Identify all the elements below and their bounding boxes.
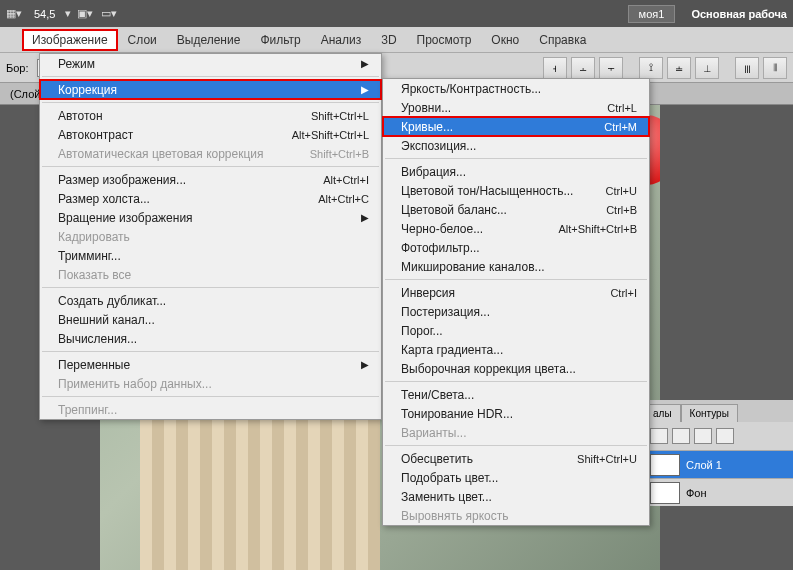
adjust-menu-item-19[interactable]: Тонирование HDR... (383, 404, 649, 423)
adjust-menu-separator (385, 381, 647, 382)
align-right-icon[interactable]: ⫟ (599, 57, 623, 79)
menu-просмотр[interactable]: Просмотр (407, 29, 482, 51)
menu-изображение[interactable]: Изображение (22, 29, 118, 51)
app-toolbar: ▦▾ 54,5 ▾ ▣▾ ▭▾ моя1 Основная рабоча (0, 0, 793, 27)
distribute-v-icon[interactable]: ⫴ (763, 57, 787, 79)
image-menu-item-12[interactable]: Тримминг... (40, 246, 381, 265)
lock-all-icon[interactable] (716, 428, 734, 444)
adjust-menu-item-23[interactable]: Подобрать цвет... (383, 468, 649, 487)
menu-item-label: Черно-белое... (401, 222, 483, 236)
adjust-menu-item-7[interactable]: Цветовой баланс...Ctrl+B (383, 200, 649, 219)
adjust-menu-item-5[interactable]: Вибрация... (383, 162, 649, 181)
menu-item-shortcut: Ctrl+M (604, 121, 637, 133)
menu-item-label: Цветовой баланс... (401, 203, 507, 217)
adjust-menu-item-3[interactable]: Экспозиция... (383, 136, 649, 155)
image-menu-separator (42, 166, 379, 167)
image-menu-item-16[interactable]: Внешний канал... (40, 310, 381, 329)
menu-справка[interactable]: Справка (529, 29, 596, 51)
lock-transparency-icon[interactable] (650, 428, 668, 444)
image-menu-item-17[interactable]: Вычисления... (40, 329, 381, 348)
align-top-icon[interactable]: ⟟ (639, 57, 663, 79)
menu-item-label: Тримминг... (58, 249, 121, 263)
adjust-menu-item-16[interactable]: Выборочная коррекция цвета... (383, 359, 649, 378)
adjust-menu-item-9[interactable]: Фотофильтр... (383, 238, 649, 257)
layer-row-1[interactable]: Слой 1 (644, 450, 793, 478)
menu-item-label: Кривые... (401, 120, 453, 134)
menu-item-label: Микширование каналов... (401, 260, 545, 274)
image-menu-item-13: Показать все (40, 265, 381, 284)
layer-thumb (650, 482, 680, 504)
align-center-v-icon[interactable]: ⫨ (667, 57, 691, 79)
layer-row-bg[interactable]: Фон (644, 478, 793, 506)
image-menu-item-0[interactable]: Режим▶ (40, 54, 381, 73)
view-extras-icon[interactable]: ▭▾ (101, 6, 119, 22)
adjust-menu-item-24[interactable]: Заменить цвет... (383, 487, 649, 506)
image-menu-item-2[interactable]: Коррекция▶ (40, 80, 381, 99)
menu-фильтр[interactable]: Фильтр (250, 29, 310, 51)
adjust-menu-item-18[interactable]: Тени/Света... (383, 385, 649, 404)
adjust-menu-item-14[interactable]: Порог... (383, 321, 649, 340)
submenu-arrow-icon: ▶ (361, 84, 369, 95)
adjust-menu-item-15[interactable]: Карта градиента... (383, 340, 649, 359)
adjust-menu-item-13[interactable]: Постеризация... (383, 302, 649, 321)
adjust-menu-item-8[interactable]: Черно-белое...Alt+Shift+Ctrl+B (383, 219, 649, 238)
lock-pixels-icon[interactable] (672, 428, 690, 444)
menu-item-label: Заменить цвет... (401, 490, 492, 504)
screen-mode-icon[interactable]: ▣▾ (77, 6, 95, 22)
menu-item-label: Размер холста... (58, 192, 150, 206)
menu-item-shortcut: Alt+Shift+Ctrl+B (558, 223, 637, 235)
menu-item-label: Переменные (58, 358, 130, 372)
tab-paths[interactable]: Контуры (681, 404, 738, 422)
adjust-menu-item-10[interactable]: Микширование каналов... (383, 257, 649, 276)
menu-item-label: Фотофильтр... (401, 241, 480, 255)
menu-item-shortcut: Shift+Ctrl+L (311, 110, 369, 122)
menu-item-shortcut: Shift+Ctrl+B (310, 148, 369, 160)
menu-выделение[interactable]: Выделение (167, 29, 251, 51)
adjust-menu-item-22[interactable]: ОбесцветитьShift+Ctrl+U (383, 449, 649, 468)
menu-item-label: Создать дубликат... (58, 294, 166, 308)
image-menu-item-4[interactable]: АвтотонShift+Ctrl+L (40, 106, 381, 125)
menu-слои[interactable]: Слои (118, 29, 167, 51)
adjust-menu-item-6[interactable]: Цветовой тон/Насыщенность...Ctrl+U (383, 181, 649, 200)
options-label-bor: Бор: (6, 62, 29, 74)
align-bottom-icon[interactable]: ⟂ (695, 57, 719, 79)
menu-item-label: Показать все (58, 268, 131, 282)
doc-arrange-icon[interactable]: ▦▾ (6, 6, 24, 22)
workspace-label: Основная рабоча (691, 8, 787, 20)
image-menu-item-10[interactable]: Вращение изображения▶ (40, 208, 381, 227)
align-left-icon[interactable]: ⫞ (543, 57, 567, 79)
menu-3d[interactable]: 3D (371, 29, 406, 51)
zoom-dropdown-icon[interactable]: ▾ (65, 7, 71, 20)
menu-окно[interactable]: Окно (481, 29, 529, 51)
image-menu-item-20: Применить набор данных... (40, 374, 381, 393)
menu-item-label: Вращение изображения (58, 211, 193, 225)
align-center-h-icon[interactable]: ⫠ (571, 57, 595, 79)
adjust-menu-item-2[interactable]: Кривые...Ctrl+M (383, 117, 649, 136)
menu-item-shortcut: Shift+Ctrl+U (577, 453, 637, 465)
menu-item-label: Внешний канал... (58, 313, 155, 327)
adjust-menu-item-12[interactable]: ИнверсияCtrl+I (383, 283, 649, 302)
menu-item-label: Цветовой тон/Насыщенность... (401, 184, 573, 198)
submenu-arrow-icon: ▶ (361, 58, 369, 69)
menu-item-label: Размер изображения... (58, 173, 186, 187)
image-menu-item-8[interactable]: Размер изображения...Alt+Ctrl+I (40, 170, 381, 189)
menu-item-shortcut: Ctrl+L (607, 102, 637, 114)
zoom-value[interactable]: 54,5 (30, 8, 59, 20)
distribute-h-icon[interactable]: ⫼ (735, 57, 759, 79)
image-menu-item-19[interactable]: Переменные▶ (40, 355, 381, 374)
layer-label: Фон (686, 487, 707, 499)
menu-item-label: Экспозиция... (401, 139, 476, 153)
adjust-menu-item-1[interactable]: Уровни...Ctrl+L (383, 98, 649, 117)
workspace-button[interactable]: моя1 (628, 5, 676, 23)
menu-анализ[interactable]: Анализ (311, 29, 372, 51)
menubar: ИзображениеСлоиВыделениеФильтрАнализ3DПр… (0, 27, 793, 53)
adjust-menu-item-0[interactable]: Яркость/Контрастность... (383, 79, 649, 98)
menu-item-label: Обесцветить (401, 452, 473, 466)
lock-move-icon[interactable] (694, 428, 712, 444)
menu-item-label: Режим (58, 57, 95, 71)
adjust-menu-separator (385, 158, 647, 159)
image-menu-item-15[interactable]: Создать дубликат... (40, 291, 381, 310)
image-menu-item-5[interactable]: АвтоконтрастAlt+Shift+Ctrl+L (40, 125, 381, 144)
menu-item-shortcut: Alt+Ctrl+C (318, 193, 369, 205)
image-menu-item-9[interactable]: Размер холста...Alt+Ctrl+C (40, 189, 381, 208)
